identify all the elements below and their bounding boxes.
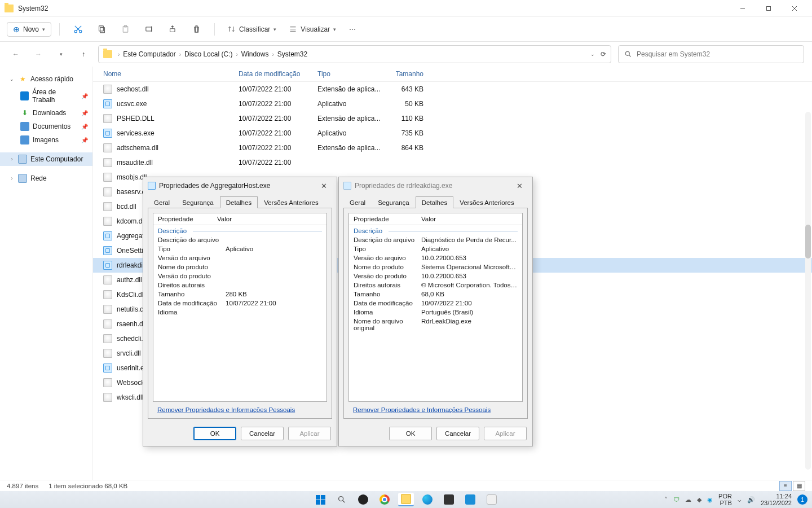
tray-notifications[interactable]: 1 bbox=[797, 494, 807, 505]
property-row[interactable]: Direitos autorais bbox=[153, 281, 326, 290]
back-button[interactable]: ← bbox=[8, 46, 24, 62]
view-button[interactable]: Visualizar ▾ bbox=[284, 23, 341, 36]
close-button[interactable]: ✕ bbox=[315, 182, 332, 190]
share-button[interactable] bbox=[162, 21, 183, 38]
file-row[interactable]: msaudite.dll10/07/2022 21:00 bbox=[93, 155, 812, 170]
forward-button[interactable]: → bbox=[30, 46, 46, 62]
rename-button[interactable] bbox=[139, 21, 159, 38]
dialog-tab[interactable]: Segurança bbox=[176, 196, 220, 208]
copy-button[interactable] bbox=[91, 21, 112, 38]
breadcrumb-item[interactable]: Este Computador› bbox=[123, 50, 181, 58]
dialog-tab[interactable]: Geral bbox=[148, 196, 176, 208]
new-button[interactable]: ⊕ Novo ▾ bbox=[7, 22, 51, 37]
cancel-button[interactable]: Cancelar bbox=[241, 427, 284, 440]
property-row[interactable]: Data de modificação10/07/2022 21:00 bbox=[153, 299, 326, 308]
taskbar-chrome[interactable] bbox=[377, 493, 392, 506]
file-row[interactable]: ucsvc.exe10/07/2022 21:00Aplicativo50 KB bbox=[93, 97, 812, 111]
dialog-tab[interactable]: Versões Anteriores bbox=[453, 196, 520, 208]
cut-button[interactable] bbox=[68, 21, 88, 38]
property-row[interactable]: Versão do produto10.0.22000.653 bbox=[349, 271, 522, 281]
address-bar[interactable]: › Este Computador› Disco Local (C:)› Win… bbox=[98, 45, 611, 63]
ok-button[interactable]: OK bbox=[193, 427, 236, 440]
dialog-tab[interactable]: Geral bbox=[343, 196, 372, 208]
apply-button[interactable]: Aplicar bbox=[288, 427, 331, 440]
sidebar-item-documents[interactable]: Documentos📌 bbox=[0, 120, 92, 133]
start-button[interactable] bbox=[312, 493, 328, 506]
taskbar-steam[interactable] bbox=[355, 493, 371, 506]
tray-wifi-icon[interactable]: ⌵ bbox=[738, 496, 742, 503]
file-row[interactable]: sechost.dll10/07/2022 21:00Extensão de a… bbox=[93, 82, 812, 97]
property-row[interactable]: Data de modificação10/07/2022 21:00 bbox=[349, 299, 522, 308]
property-row[interactable]: Versão do produto bbox=[153, 271, 326, 281]
property-row[interactable]: Descrição do arquivoDiagnóstico de Perda… bbox=[349, 235, 522, 244]
tray-security-icon[interactable]: 🛡 bbox=[673, 496, 679, 503]
sidebar-item-desktop[interactable]: Área de Trabalh📌 bbox=[0, 86, 92, 106]
ok-button[interactable]: OK bbox=[389, 427, 432, 440]
dialog-tab[interactable]: Versões Anteriores bbox=[258, 196, 325, 208]
column-date[interactable]: Data de modificação bbox=[239, 70, 317, 78]
sidebar-network[interactable]: › Rede bbox=[0, 172, 92, 185]
taskbar-app[interactable] bbox=[484, 493, 500, 506]
apply-button[interactable]: Aplicar bbox=[484, 427, 527, 440]
dialog-tab[interactable]: Detalhes bbox=[416, 196, 453, 208]
tray-app-icon[interactable]: ◆ bbox=[697, 496, 701, 503]
view-details-button[interactable]: ≡ bbox=[779, 481, 792, 491]
close-button[interactable] bbox=[782, 0, 807, 17]
sidebar-quick-access[interactable]: ⌄ ★ Acesso rápido bbox=[0, 72, 92, 86]
tray-volume-icon[interactable]: 🔊 bbox=[747, 496, 755, 503]
remove-properties-link[interactable]: Remover Propriedades e Informações Pesso… bbox=[348, 402, 491, 413]
tray-chevron-icon[interactable]: ˄ bbox=[664, 496, 668, 503]
dialog-tab[interactable]: Detalhes bbox=[220, 196, 258, 208]
dialog-titlebar[interactable]: Propriedades de AggregatorHost.exe ✕ bbox=[143, 177, 337, 194]
scrollbar-thumb[interactable] bbox=[805, 225, 811, 259]
taskbar-terminal[interactable] bbox=[441, 493, 457, 506]
dialog-tab[interactable]: Segurança bbox=[372, 196, 416, 208]
cancel-button[interactable]: Cancelar bbox=[436, 427, 479, 440]
property-row[interactable]: Nome do produtoSistema Operacional Micro… bbox=[349, 262, 522, 271]
remove-properties-link[interactable]: Remover Propriedades e Informações Pesso… bbox=[153, 402, 295, 413]
property-row[interactable]: Direitos autorais© Microsoft Corporation… bbox=[349, 281, 522, 290]
property-row[interactable]: Versão do arquivo10.0.22000.653 bbox=[349, 253, 522, 262]
breadcrumb-item[interactable]: Windows› bbox=[241, 50, 274, 58]
view-thumbnails-button[interactable]: ▦ bbox=[793, 481, 805, 491]
file-list-header[interactable]: Nome Data de modificação Tipo Tamanho bbox=[93, 67, 812, 82]
sidebar-item-images[interactable]: Imagens📌 bbox=[0, 133, 92, 147]
file-row[interactable]: adtschema.dll10/07/2022 21:00Extensão de… bbox=[93, 141, 812, 155]
taskbar-edge[interactable] bbox=[420, 493, 435, 506]
sidebar-this-pc[interactable]: › Este Computador bbox=[0, 152, 92, 166]
up-button[interactable]: ↑ bbox=[76, 46, 91, 62]
property-row[interactable]: Tamanho68,0 KB bbox=[349, 290, 522, 299]
column-size[interactable]: Tamanho bbox=[384, 70, 435, 78]
property-row[interactable]: Descrição do arquivo bbox=[153, 235, 326, 244]
sidebar-item-downloads[interactable]: ⬇Downloads📌 bbox=[0, 106, 92, 120]
property-row[interactable]: Nome do arquivo originalRdrLeakDiag.exe bbox=[349, 317, 522, 332]
scrollbar[interactable] bbox=[805, 112, 811, 470]
search-input[interactable]: Pesquisar em System32 bbox=[618, 45, 804, 63]
maximize-button[interactable] bbox=[756, 0, 782, 17]
tray-app-icon[interactable]: ◉ bbox=[707, 496, 713, 503]
dialog-titlebar[interactable]: Propriedades de rdrleakdiag.exe ✕ bbox=[339, 177, 532, 194]
taskbar-explorer[interactable] bbox=[398, 493, 414, 506]
taskbar-search[interactable] bbox=[334, 493, 350, 506]
column-name[interactable]: Nome bbox=[103, 70, 239, 78]
property-row[interactable]: Versão do arquivo bbox=[153, 253, 326, 262]
tray-onedrive-icon[interactable]: ☁ bbox=[685, 496, 691, 503]
property-row[interactable]: TipoAplicativo bbox=[349, 244, 522, 253]
breadcrumb-item[interactable]: System32 bbox=[277, 50, 307, 58]
paste-button[interactable] bbox=[115, 21, 135, 38]
property-row[interactable]: Tamanho280 KB bbox=[153, 290, 326, 299]
property-row[interactable]: IdiomaPortuguês (Brasil) bbox=[349, 308, 522, 317]
close-button[interactable]: ✕ bbox=[511, 182, 528, 190]
tray-clock[interactable]: 11:24 23/12/2022 bbox=[761, 493, 792, 506]
delete-button[interactable] bbox=[186, 21, 206, 38]
chevron-down-icon[interactable]: ⌄ bbox=[590, 51, 595, 57]
refresh-button[interactable]: ⟳ bbox=[601, 50, 606, 58]
minimize-button[interactable] bbox=[730, 0, 756, 17]
sort-button[interactable]: Classificar ▾ bbox=[223, 23, 281, 36]
taskbar-app[interactable] bbox=[462, 493, 478, 506]
file-row[interactable]: PSHED.DLL10/07/2022 21:00Extensão de apl… bbox=[93, 111, 812, 126]
column-type[interactable]: Tipo bbox=[317, 70, 384, 78]
property-row[interactable]: TipoAplicativo bbox=[153, 244, 326, 253]
more-button[interactable]: ⋯ bbox=[344, 21, 361, 38]
recent-button[interactable]: ▾ bbox=[53, 46, 69, 62]
